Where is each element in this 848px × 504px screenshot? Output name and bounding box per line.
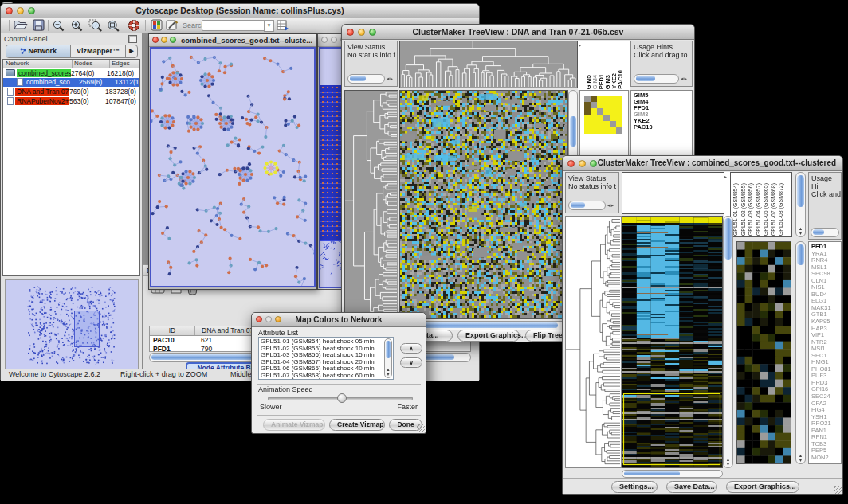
tv1-heatmap[interactable] (399, 90, 568, 319)
open-folder-icon[interactable] (14, 19, 28, 31)
network-name: RNAPuberNov2+I (15, 97, 69, 105)
scroll-arrows-icon[interactable]: ◂▸ (681, 75, 688, 83)
tab-vizmapper[interactable]: VizMapper™ (71, 45, 126, 57)
column-label[interactable]: GPL51-02 (GSM855) (740, 183, 748, 236)
column-label[interactable]: GPL51-03 (GSM856) (748, 183, 756, 236)
minimize-icon[interactable] (579, 160, 586, 167)
gene-label[interactable]: PAC10 (634, 124, 692, 131)
column-label[interactable]: GIM5 (585, 75, 591, 89)
tv1-usage-hints: Usage Hints Click and drag to ◂▸ (630, 41, 693, 87)
main-titlebar[interactable]: Cytoscape Desktop (Session Name: collins… (1, 4, 479, 18)
slider-thumb[interactable] (337, 393, 347, 403)
create-vizmap-button[interactable]: Create Vizmap (329, 419, 385, 431)
import-table-icon[interactable] (277, 19, 289, 31)
network-row[interactable]: combined_scores 2764(0) 16218(0) (3, 68, 139, 78)
close-icon[interactable] (321, 37, 328, 43)
network-canvas-1[interactable] (150, 47, 316, 287)
tv2-zoom-heatmap[interactable] (736, 241, 791, 464)
column-label[interactable]: GIM4 (591, 75, 598, 89)
tab-more[interactable]: ▶ (126, 45, 137, 57)
move-down-button[interactable]: ∨ (400, 357, 422, 368)
resize-grip[interactable] (417, 424, 425, 432)
tv1-column-dendrogram[interactable] (399, 41, 578, 88)
column-label[interactable]: GIM3 (604, 75, 610, 89)
tv2-export-graphics-button[interactable]: Export Graphics... (726, 481, 799, 493)
tv2-settings-button[interactable]: Settings... (611, 481, 658, 493)
dialog-titlebar[interactable]: Map Colors to Network (252, 313, 426, 327)
move-up-button[interactable]: ∧ (400, 343, 422, 354)
zoom-out-icon[interactable] (52, 19, 65, 32)
tab-network[interactable]: Network (6, 45, 71, 57)
zoom-window-icon[interactable] (369, 29, 376, 36)
zoom-fit-icon[interactable] (106, 19, 120, 32)
column-label[interactable]: GPL51-04 (GSM857) (756, 183, 764, 236)
attribute-listbox[interactable]: GPL51-01 (GSM854) heat shock 05 minGPL51… (258, 337, 394, 380)
column-label[interactable]: GPL51-07 (GSM868) (771, 183, 779, 236)
minimize-icon[interactable] (331, 37, 337, 43)
close-icon[interactable] (152, 37, 159, 43)
zoom-window-icon[interactable] (170, 37, 176, 43)
zoom-selected-icon[interactable] (88, 19, 103, 32)
tv1-zoom-matrix[interactable] (584, 96, 622, 134)
column-label[interactable]: PFD1 (598, 74, 604, 89)
tv2-usage-scroll[interactable] (811, 228, 839, 237)
birds-eye-view[interactable] (5, 279, 139, 371)
tv2-status-scroll[interactable]: ◂▸ (568, 201, 614, 210)
column-label[interactable]: GPL51-06 (GSM865) (763, 183, 771, 236)
attribute-list-vscroll[interactable]: ▲▼ (384, 338, 392, 378)
tv2-labels-vscroll[interactable]: ▲▼ (795, 172, 806, 237)
scroll-arrows-icon[interactable]: ◂▸ (607, 201, 614, 209)
minimize-icon[interactable] (358, 29, 365, 36)
tv2-gene-dendrogram[interactable] (565, 216, 622, 468)
float-panel-icon[interactable] (128, 35, 137, 43)
gene-label[interactable]: MON2 (811, 455, 841, 462)
minimize-icon[interactable] (17, 7, 24, 14)
tv1-status-scroll[interactable]: ◂▸ (347, 74, 394, 84)
attribute-item[interactable]: GPL51-07 (GSM868) heat shock 60 min (261, 373, 391, 380)
scroll-updown-icon[interactable]: ▲▼ (796, 226, 805, 236)
zoom-window-icon[interactable] (275, 316, 281, 322)
close-icon[interactable] (347, 29, 354, 36)
zoom-in-icon[interactable] (70, 19, 84, 32)
scroll-updown-icon[interactable]: ▲▼ (724, 457, 732, 467)
minimize-icon[interactable] (161, 37, 167, 43)
scroll-right-icon[interactable]: ▸ (724, 174, 727, 179)
scroll-arrows-icon[interactable]: ◂▸ (387, 75, 394, 83)
scroll-updown-icon[interactable]: ▲▼ (796, 453, 805, 463)
network-row[interactable]: DNA and Tran 07 769(0) 183728(0) (3, 87, 139, 96)
column-label[interactable]: PAC10 (617, 70, 623, 89)
tv2-save-data-button[interactable]: Save Data... (666, 481, 717, 493)
network-row[interactable]: RNAPuberNov2+I 563(0) 107847(0) (3, 96, 139, 106)
tv1-gene-dendrogram[interactable] (344, 90, 398, 319)
tv1-export-graphics-button[interactable]: Export Graphics... (457, 330, 520, 342)
search-input[interactable] (202, 20, 269, 31)
save-icon[interactable] (33, 19, 45, 31)
column-label[interactable]: GPL51-08 (GSM872) (778, 183, 786, 236)
tv2-zoom-vscroll[interactable]: ▲▼ (795, 241, 806, 464)
network-window-1-titlebar[interactable]: combined_scores_good.txt--cluste... (149, 34, 316, 47)
scroll-right-icon[interactable]: ▸ (579, 42, 581, 48)
close-icon[interactable] (567, 160, 575, 167)
close-icon[interactable] (256, 316, 262, 322)
zoom-window-icon[interactable] (590, 160, 597, 167)
vizmap-palette-icon[interactable] (151, 19, 163, 31)
scroll-updown-icon[interactable]: ▲▼ (385, 367, 391, 377)
zoom-window-icon[interactable] (28, 7, 35, 14)
tv2-heatmap[interactable] (622, 216, 723, 468)
close-icon[interactable] (6, 7, 13, 14)
annotation-icon[interactable] (166, 19, 179, 31)
animate-vizmap-button[interactable]: Animate Vizmap (263, 419, 325, 431)
search-dropdown-icon[interactable]: ▼ (264, 20, 274, 32)
column-label[interactable]: YKE2 (610, 73, 617, 89)
resize-grip[interactable] (834, 486, 842, 494)
tv1-usage-scroll[interactable]: ◂▸ (634, 74, 688, 84)
tv2-heatmap-hscroll[interactable] (622, 470, 723, 478)
column-label[interactable]: GPL51-01 (GSM854) (732, 183, 740, 236)
network-row[interactable]: combined_sco 2569(6) 13112(15) (3, 78, 139, 88)
animation-speed-slider[interactable] (268, 397, 413, 400)
treeview2-titlebar[interactable]: ClusterMaker TreeView : combined_scores_… (563, 156, 842, 171)
help-ring-icon[interactable] (128, 19, 140, 32)
treeview1-titlebar[interactable]: ClusterMaker TreeView : DNA and Tran 07-… (342, 25, 694, 40)
tv2-heatmap-vscroll[interactable]: ▲▼ (723, 216, 733, 468)
minimize-icon[interactable] (265, 316, 272, 322)
